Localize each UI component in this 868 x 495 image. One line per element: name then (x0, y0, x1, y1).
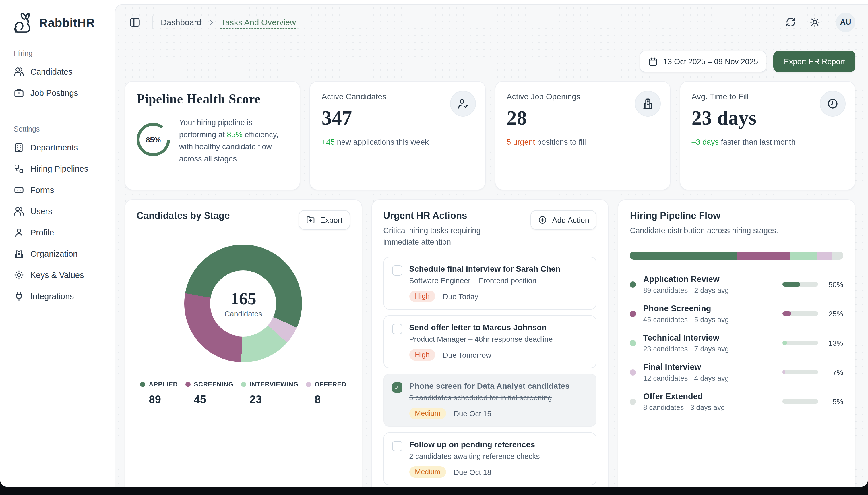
dashboard-content: 13 Oct 2025 – 09 Nov 2025 Export HR Repo… (116, 40, 868, 487)
gear-icon (14, 270, 24, 280)
stage-legend: APPLIED 89 SCREENING 45 INTERVIEWING 23 (137, 381, 350, 406)
task-checkbox[interactable] (392, 441, 402, 451)
app-logo[interactable]: RabbitHR (8, 9, 104, 40)
users-icon (14, 66, 24, 76)
stage-pct: 5% (825, 397, 843, 406)
task-detail: Software Engineer – Frontend position (409, 276, 560, 285)
theme-toggle-button[interactable] (805, 13, 824, 31)
refresh-button[interactable] (781, 13, 800, 31)
stage-dot (630, 340, 636, 346)
sidebar-toggle-button[interactable] (126, 13, 144, 31)
stat-value: 23 days (692, 107, 844, 130)
sidebar-item-candidates[interactable]: Candidates (8, 61, 104, 82)
task-row: Schedule final interview for Sarah Chen … (383, 257, 596, 309)
stage-pct: 50% (825, 280, 843, 289)
sidebar-item-organization[interactable]: Organization (8, 243, 104, 264)
legend-label: INTERVIEWING (250, 381, 299, 388)
sidebar-item-label: Organization (31, 249, 77, 258)
stage-pct: 25% (825, 309, 843, 318)
calendar-icon (648, 56, 658, 66)
sidebar: RabbitHR Hiring Candidates Job Postings … (0, 0, 112, 487)
pipeline-flow-card: Hiring Pipeline Flow Candidate distribut… (618, 199, 855, 487)
stage-row: Phone Screening 45 candidates · 5 days a… (630, 304, 843, 324)
donut-center: 165 Candidates (185, 245, 302, 362)
sidebar-item-label: Hiring Pipelines (31, 164, 88, 173)
stage-meta: 23 candidates · 7 days avg (643, 345, 729, 353)
flow-bar-segment (818, 251, 833, 259)
task-due: Due Tomorrow (443, 351, 491, 359)
priority-badge: Medium (409, 408, 446, 419)
stage-row: Final Interview 12 candidates · 4 days a… (630, 362, 843, 382)
legend-dot (306, 381, 311, 387)
plug-icon (14, 291, 24, 301)
stage-pct: 13% (825, 339, 843, 347)
legend-item-screening: SCREENING 45 (186, 381, 233, 406)
health-title: Pipeline Health Score (137, 92, 289, 107)
sidebar-item-hiring-pipelines[interactable]: Hiring Pipelines (8, 158, 104, 179)
stage-dot (630, 310, 636, 317)
export-chart-button[interactable]: Export (298, 210, 350, 230)
legend-dot (186, 381, 191, 387)
stage-dot (630, 398, 636, 405)
date-range-label: 13 Oct 2025 – 09 Nov 2025 (663, 57, 758, 66)
organization-icon (14, 249, 24, 259)
sidebar-item-integrations[interactable]: Integrations (8, 285, 104, 307)
breadcrumb-dashboard[interactable]: Dashboard (161, 18, 202, 27)
stat-value: 28 (507, 107, 658, 130)
sidebar-item-departments[interactable]: Departments (8, 137, 104, 158)
screen: RabbitHR Hiring Candidates Job Postings … (0, 0, 868, 495)
task-row: Send offer letter to Marcus Johnson Prod… (383, 315, 596, 368)
stage-progress-fill (782, 399, 784, 404)
task-detail: Product Manager – 48hr response deadline (409, 335, 553, 343)
stage-pct: 7% (825, 368, 843, 376)
stage-donut: 165 Candidates (185, 245, 302, 362)
legend-label: SCREENING (194, 381, 233, 388)
stage-meta: 8 candidates · 3 days avg (643, 404, 725, 411)
pipeline-title: Hiring Pipeline Flow (630, 210, 843, 221)
main-panel: Dashboard Tasks And Overview AU (115, 4, 868, 487)
plus-circle-icon (538, 215, 547, 224)
stage-name: Technical Interview (643, 333, 729, 342)
sidebar-item-keys-values[interactable]: Keys & Values (8, 264, 104, 285)
legend-dot (140, 381, 145, 387)
stage-progress-fill (782, 282, 800, 287)
export-hr-report-button[interactable]: Export HR Report (774, 51, 855, 72)
user-avatar[interactable]: AU (836, 12, 855, 32)
legend-value: 23 (250, 393, 299, 406)
breadcrumb-current[interactable]: Tasks And Overview (221, 18, 296, 27)
clock-icon (820, 91, 846, 117)
sidebar-item-label: Forms (31, 185, 54, 194)
donut-unit: Candidates (224, 309, 262, 318)
divider (830, 16, 830, 29)
sidebar-item-forms[interactable]: Forms (8, 179, 104, 200)
task-due: Due Oct 18 (453, 468, 491, 476)
task-checkbox-checked[interactable]: ✓ (392, 382, 402, 393)
stage-name: Final Interview (643, 362, 729, 371)
stage-chart-title: Candidates by Stage (137, 210, 230, 221)
task-checkbox[interactable] (392, 324, 402, 334)
legend-dot (241, 381, 246, 387)
folder-export-icon (306, 215, 315, 224)
sidebar-item-job-postings[interactable]: Job Postings (8, 82, 104, 103)
task-title: Follow up on pending references (409, 440, 540, 449)
urgent-actions-card: Urgent HR Actions Critical hiring tasks … (371, 199, 609, 487)
stage-row: Technical Interview 23 candidates · 7 da… (630, 333, 843, 353)
legend-value: 45 (194, 393, 233, 406)
task-checkbox[interactable] (392, 265, 402, 276)
sidebar-item-users[interactable]: Users (8, 200, 104, 222)
sidebar-item-profile[interactable]: Profile (8, 222, 104, 243)
stage-progress (782, 370, 818, 374)
urgent-subtitle: Critical hiring tasks requiring immediat… (383, 225, 498, 248)
date-range-button[interactable]: 13 Oct 2025 – 09 Nov 2025 (640, 51, 767, 72)
add-action-button[interactable]: Add Action (531, 210, 597, 230)
breadcrumb: Dashboard Tasks And Overview (161, 18, 296, 27)
task-detail: 5 candidates scheduled for initial scree… (409, 393, 570, 402)
task-row: Follow up on pending references 2 candid… (383, 432, 596, 485)
building-icon (14, 142, 24, 152)
sidebar-item-label: Keys & Values (31, 270, 84, 279)
stage-row: Application Review 89 candidates · 2 day… (630, 274, 843, 294)
flow-bar-segment (790, 251, 818, 259)
stage-name: Application Review (643, 274, 729, 284)
legend-item-offered: OFFERED 8 (306, 381, 346, 406)
stage-dot (630, 281, 636, 287)
